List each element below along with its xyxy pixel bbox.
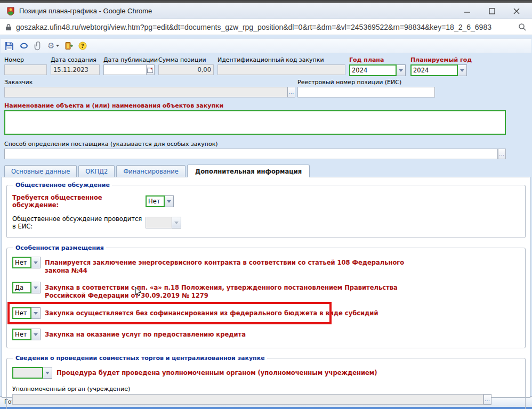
discussion-in-eis-select [146, 217, 181, 228]
save-button[interactable] [5, 42, 14, 51]
planned-year-value: 2024 [410, 64, 458, 76]
plan-year-value: 2024 [349, 64, 397, 76]
zoom-icon[interactable] [518, 23, 527, 31]
chevron-down-icon [174, 222, 179, 224]
maximize-button[interactable] [480, 4, 504, 18]
object-name-textarea[interactable] [4, 110, 506, 135]
tab-additional-info[interactable]: Дополнительная информация [187, 165, 310, 177]
minimize-button[interactable] [455, 4, 480, 18]
attachments-button[interactable] [34, 42, 42, 51]
ikz-field [217, 64, 345, 75]
no-cofinancing-row: Нет Закупка осуществляется без софинанси… [12, 307, 520, 319]
placement-features-legend: Особенности размещения [13, 244, 106, 251]
object-name-label: Наименование объекта и (или) наименовани… [4, 102, 532, 109]
energy-contract-value: Нет [12, 257, 31, 268]
authorized-body-row: Процедура будет проведена уполномоченным… [12, 367, 520, 379]
energy-contract-label: Планируется заключение энергосервисного … [45, 257, 424, 275]
decree-1279-dropdown-button[interactable] [31, 282, 41, 293]
chevron-down-icon [34, 287, 38, 289]
energy-contract-dropdown-button[interactable] [31, 257, 41, 268]
discussion-in-eis-label: Общественное обсуждение проводится в ЕИС… [12, 215, 146, 230]
planned-year-dropdown-button[interactable] [458, 64, 467, 76]
joint-procurement-legend: Сведения о проведении совместных торгов … [13, 355, 267, 362]
credit-services-dropdown-button[interactable] [31, 329, 41, 340]
customer-lookup-button[interactable]: ... [287, 87, 295, 97]
app-favicon-icon [6, 7, 15, 15]
calendar-button[interactable] [147, 64, 155, 75]
authorized-body-label: Процедура будет проведена уполномоченным… [57, 367, 377, 377]
title-bar: Позиция плана-графика - Google Chrome [0, 3, 532, 19]
amount-field [158, 64, 214, 75]
method-label: Способ определения поставщика (указывает… [4, 141, 532, 148]
registry-number-label: Реестровый номер позиции (ЕИС) [297, 79, 435, 86]
discussion-required-value: Нет [146, 195, 165, 207]
discussion-required-select[interactable]: Нет [146, 195, 174, 207]
minimize-icon [464, 8, 471, 14]
help-button[interactable]: ? [78, 42, 87, 50]
calendar-icon [147, 67, 153, 73]
credit-services-row: Нет Закупка на оказание услуг по предост… [12, 329, 520, 340]
public-discussion-section: Общественное обсуждение Требуется общест… [6, 182, 526, 238]
joint-procurement-section: Сведения о проведении совместных торгов … [6, 355, 526, 409]
chevron-down-icon [34, 333, 38, 336]
planned-year-select[interactable]: 2024 [410, 64, 471, 76]
discussion-required-label: Требуется общественное обсуждение: [12, 194, 146, 209]
settings-button[interactable]: ⚙ [47, 42, 59, 50]
authorized-org-lookup-button[interactable]: ... [483, 394, 491, 405]
tab-main-data[interactable]: Основные данные [4, 165, 77, 177]
date-created-field [51, 64, 100, 75]
chevron-down-icon [460, 69, 464, 72]
no-cofinancing-select[interactable]: Нет [12, 307, 41, 319]
no-cofinancing-dropdown-button[interactable] [31, 307, 41, 319]
discussion-in-eis-dropdown-button [172, 217, 181, 228]
chevron-down-icon [34, 312, 38, 315]
method-field[interactable] [4, 149, 498, 159]
authorized-org-field [12, 394, 483, 405]
plan-year-select[interactable]: 2024 [349, 64, 407, 76]
app-toolbar: ⚙ ? [1, 38, 531, 53]
plan-year-label: Год плана [349, 56, 407, 63]
energy-contract-select[interactable]: Нет [12, 257, 41, 268]
tab-financing[interactable]: Финансирование [116, 165, 185, 177]
plan-year-dropdown-button[interactable] [397, 64, 406, 76]
url-text[interactable]: goszakaz.ufin48.ru/webtorgi/view.htm?pg=… [16, 23, 518, 31]
credit-services-label: Закупка на оказание услуг по предоставле… [45, 329, 246, 339]
authorized-body-dropdown-button[interactable] [43, 367, 52, 379]
chevron-down-icon [56, 45, 59, 47]
chevron-down-icon [45, 372, 50, 374]
settings-gear-icon: ⚙ [47, 42, 54, 50]
address-bar[interactable]: goszakaz.ufin48.ru/webtorgi/view.htm?pg=… [0, 19, 532, 35]
placement-features-section: Особенности размещения Нет Планируется з… [6, 244, 526, 348]
amount-label: Сумма позиции [158, 56, 214, 63]
chevron-down-icon [399, 69, 403, 72]
nomer-label: Номер [4, 56, 47, 63]
public-discussion-legend: Общественное обсуждение [13, 182, 112, 189]
tab-panel-additional-info: Общественное обсуждение Требуется общест… [2, 177, 530, 398]
planned-year-label: Планируемый год [410, 56, 471, 63]
chevron-down-icon [34, 261, 38, 264]
attachment-icon [34, 42, 42, 51]
save-icon [5, 42, 14, 51]
tab-bar: Основные данные ОКПД2 Финансирование Доп… [4, 165, 532, 177]
decree-1279-select[interactable]: Да [12, 282, 41, 293]
discussion-in-eis-value [146, 217, 172, 228]
decree-1279-label: Закупка в соответствии с пп. «а» п.18 По… [45, 282, 424, 300]
close-icon [513, 8, 520, 14]
customer-label: Заказчик [4, 79, 295, 86]
discussion-required-dropdown-button[interactable] [165, 195, 174, 207]
energy-contract-row: Нет Планируется заключение энергосервисн… [12, 257, 520, 275]
refresh-icon [19, 42, 29, 50]
maximize-icon [489, 8, 495, 14]
lock-icon[interactable] [5, 23, 12, 31]
exit-button[interactable] [65, 42, 73, 50]
date-created-label: Дата создания [51, 56, 100, 63]
authorized-body-select[interactable] [12, 367, 52, 379]
method-lookup-button[interactable]: ... [498, 149, 506, 159]
registry-number-field[interactable] [297, 87, 435, 97]
no-cofinancing-label: Закупка осуществляется без софинансирова… [45, 307, 378, 317]
date-published-field[interactable] [103, 64, 147, 75]
refresh-button[interactable] [19, 42, 29, 50]
close-button[interactable] [504, 4, 529, 18]
credit-services-select[interactable]: Нет [12, 329, 41, 340]
tab-okpd2[interactable]: ОКПД2 [78, 165, 115, 177]
